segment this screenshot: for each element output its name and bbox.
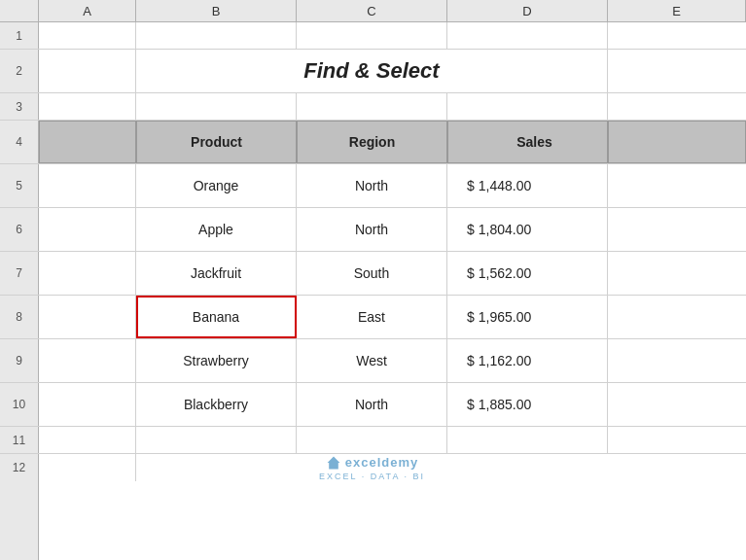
dollar-sign: $ bbox=[467, 178, 475, 193]
cell-sales-6[interactable]: $ 1,804.00 bbox=[447, 208, 608, 251]
table-row: 1 bbox=[0, 22, 746, 50]
cell-product-banana[interactable]: Banana bbox=[136, 296, 297, 338]
cell-sales-10[interactable]: $ 1,885.00 bbox=[447, 383, 608, 426]
row-num: 4 bbox=[0, 121, 39, 163]
row-num: 11 bbox=[0, 427, 39, 453]
spreadsheet-title: Find & Select bbox=[136, 50, 608, 92]
cell-e5[interactable] bbox=[608, 164, 746, 207]
cell-e10[interactable] bbox=[608, 383, 746, 426]
table-row: 6 Apple North $ 1,804.00 bbox=[0, 208, 746, 252]
row-num bbox=[0, 481, 39, 560]
svg-marker-0 bbox=[327, 456, 339, 469]
cell-product-strawberry[interactable]: Strawberry bbox=[136, 339, 297, 382]
row-num: 6 bbox=[0, 208, 39, 251]
cell-d3[interactable] bbox=[447, 93, 608, 120]
cell-e9[interactable] bbox=[608, 339, 746, 382]
cell-d11[interactable] bbox=[447, 427, 608, 453]
table-header-row: 4 Product Region Sales bbox=[0, 121, 746, 164]
col-header-c[interactable]: C bbox=[297, 0, 447, 21]
cell-a6[interactable] bbox=[39, 208, 136, 251]
dollar-sign: $ bbox=[467, 265, 475, 281]
table-row: 10 Blackberry North $ 1,885.00 bbox=[0, 383, 746, 427]
col-header-d[interactable]: D bbox=[447, 0, 608, 21]
cell-a7[interactable] bbox=[39, 252, 136, 295]
row-num: 10 bbox=[0, 383, 39, 426]
cell-a3[interactable] bbox=[39, 93, 136, 120]
cell-region-6[interactable]: North bbox=[297, 208, 447, 251]
cell-region-8[interactable]: East bbox=[297, 296, 447, 338]
cell-e11[interactable] bbox=[608, 427, 746, 453]
table-row: 12 exceldemy EXCEL · DATA · BI bbox=[0, 454, 746, 481]
table-row: 11 bbox=[0, 427, 746, 454]
column-headers: A B C D E bbox=[0, 0, 746, 22]
cell-region-10[interactable]: North bbox=[297, 383, 447, 426]
cell-region-7[interactable]: South bbox=[297, 252, 447, 295]
cell-b1[interactable] bbox=[136, 22, 297, 49]
cell-sales-7[interactable]: $ 1,562.00 bbox=[447, 252, 608, 295]
cell-a5[interactable] bbox=[39, 164, 136, 207]
table-row: 7 Jackfruit South $ 1,562.00 bbox=[0, 252, 746, 296]
row-num: 8 bbox=[0, 296, 39, 338]
cell-e7[interactable] bbox=[608, 252, 746, 295]
watermark: exceldemy EXCEL · DATA · BI bbox=[136, 454, 608, 481]
row-num: 9 bbox=[0, 339, 39, 382]
table-row: 8 Banana East $ 1,965.00 bbox=[0, 296, 746, 339]
col-product-header[interactable]: Product bbox=[136, 121, 297, 163]
row-num: 7 bbox=[0, 252, 39, 295]
cell-e1[interactable] bbox=[608, 22, 746, 49]
cell-a2[interactable] bbox=[39, 50, 136, 92]
cell-a9[interactable] bbox=[39, 339, 136, 382]
dollar-sign: $ bbox=[467, 353, 475, 368]
cell-product-jackfruit[interactable]: Jackfruit bbox=[136, 252, 297, 295]
sales-value: 1,448.00 bbox=[479, 178, 532, 193]
cell-a12[interactable] bbox=[39, 454, 136, 481]
cell-b3[interactable] bbox=[136, 93, 297, 120]
spreadsheet: A B C D E 1 2 Find & Select 3 4 Product … bbox=[0, 0, 746, 560]
col-region-header[interactable]: Region bbox=[297, 121, 447, 163]
col-sales-header[interactable]: Sales bbox=[447, 121, 608, 163]
cell-sales-5[interactable]: $ 1,448.00 bbox=[447, 164, 608, 207]
cell-a10[interactable] bbox=[39, 383, 136, 426]
cell-d1[interactable] bbox=[447, 22, 608, 49]
cell-a11[interactable] bbox=[39, 427, 136, 453]
cell-product-apple[interactable]: Apple bbox=[136, 208, 297, 251]
cell-a1[interactable] bbox=[39, 22, 136, 49]
col-header-a[interactable]: A bbox=[39, 0, 136, 21]
row-num: 12 bbox=[0, 454, 39, 481]
cell-sales-8[interactable]: $ 1,965.00 bbox=[447, 296, 608, 338]
row-num: 5 bbox=[0, 164, 39, 207]
cell-e6[interactable] bbox=[608, 208, 746, 251]
col-header-e[interactable]: E bbox=[608, 0, 746, 21]
cell-product-orange[interactable]: Orange bbox=[136, 164, 297, 207]
cell-a8[interactable] bbox=[39, 296, 136, 338]
sales-value: 1,804.00 bbox=[479, 222, 532, 237]
table-row: 9 Strawberry West $ 1,162.00 bbox=[0, 339, 746, 383]
table-row: 2 Find & Select bbox=[0, 50, 746, 93]
cell-sales-9[interactable]: $ 1,162.00 bbox=[447, 339, 608, 382]
exceldemy-logo-icon bbox=[326, 455, 341, 471]
sales-value: 1,162.00 bbox=[479, 353, 532, 368]
cell-e3[interactable] bbox=[608, 93, 746, 120]
cell-c3[interactable] bbox=[297, 93, 447, 120]
sales-value: 1,885.00 bbox=[479, 397, 532, 412]
row-num: 2 bbox=[0, 50, 39, 92]
watermark-tagline: EXCEL · DATA · BI bbox=[319, 472, 425, 481]
row-num: 1 bbox=[0, 22, 39, 49]
sales-value: 1,562.00 bbox=[479, 265, 532, 281]
dollar-sign: $ bbox=[467, 397, 475, 412]
cell-e4[interactable] bbox=[608, 121, 746, 163]
cell-b11[interactable] bbox=[136, 427, 297, 453]
table-row: 3 bbox=[0, 93, 746, 121]
dollar-sign: $ bbox=[467, 309, 475, 325]
cell-region-9[interactable]: West bbox=[297, 339, 447, 382]
cell-product-blackberry[interactable]: Blackberry bbox=[136, 383, 297, 426]
table-row: 5 Orange North $ 1,448.00 bbox=[0, 164, 746, 208]
cell-region-5[interactable]: North bbox=[297, 164, 447, 207]
empty-cell bbox=[39, 481, 746, 560]
cell-c1[interactable] bbox=[297, 22, 447, 49]
cell-c11[interactable] bbox=[297, 427, 447, 453]
cell-a4[interactable] bbox=[39, 121, 136, 163]
col-header-b[interactable]: B bbox=[136, 0, 297, 21]
cell-e8[interactable] bbox=[608, 296, 746, 338]
corner-cell bbox=[0, 0, 39, 21]
